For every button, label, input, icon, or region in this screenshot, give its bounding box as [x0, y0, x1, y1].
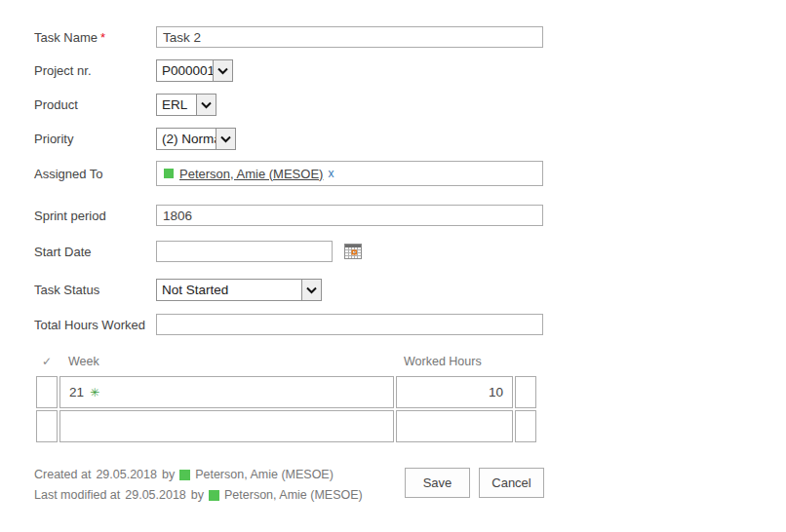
- created-date: 29.05.2018: [96, 468, 157, 481]
- sprint-period-input[interactable]: [156, 205, 543, 226]
- row-select-cell[interactable]: [36, 410, 58, 442]
- checkmark-icon: ✓: [36, 353, 58, 374]
- end-column-header: [515, 353, 536, 374]
- modified-prefix: Last modified at: [34, 488, 120, 502]
- task-name-input[interactable]: [156, 26, 543, 48]
- field-row-project-nr: Project nr. P000001: [34, 59, 546, 82]
- task-edit-form: Task Name* Project nr. P000001 Product E…: [0, 0, 546, 509]
- modified-by-label: by: [191, 488, 204, 502]
- action-buttons: Save Cancel: [405, 468, 544, 498]
- assigned-to-label: Assigned To: [34, 167, 156, 181]
- worked-hours-grid: ✓ Week Worked Hours 21✳ 10: [34, 351, 546, 444]
- field-row-assigned-to: Assigned To Peterson, Amie (MESOE) x: [34, 161, 546, 186]
- worked-hours-table: ✓ Week Worked Hours 21✳ 10: [34, 351, 538, 444]
- week-value: 21: [69, 385, 84, 399]
- worked-hours-column-header: Worked Hours: [396, 353, 513, 374]
- start-date-label: Start Date: [34, 245, 156, 259]
- row-select-cell[interactable]: [36, 376, 58, 408]
- new-item-icon: ✳: [90, 386, 99, 399]
- form-footer: Created at 29.05.2018 by Peterson, Amie …: [34, 468, 544, 509]
- modified-person: Peterson, Amie (MESOE): [224, 488, 363, 502]
- start-date-input[interactable]: [156, 241, 333, 262]
- field-row-task-name: Task Name*: [34, 26, 546, 48]
- project-nr-selected-value: P000001: [157, 60, 213, 81]
- row-end-cell: [515, 410, 536, 442]
- table-header-row: ✓ Week Worked Hours: [36, 353, 536, 374]
- presence-indicator-icon: [164, 169, 174, 178]
- save-button[interactable]: Save: [405, 468, 470, 498]
- week-cell[interactable]: 21✳: [59, 376, 394, 408]
- created-prefix: Created at: [34, 468, 91, 481]
- field-row-start-date: Start Date: [34, 241, 546, 262]
- field-row-product: Product ERL: [34, 94, 546, 116]
- presence-indicator-icon: [179, 470, 190, 480]
- product-selected-value: ERL: [157, 95, 196, 115]
- table-row: [36, 410, 536, 442]
- priority-selected-value: (2) Normal: [157, 129, 216, 149]
- presence-indicator-icon: [209, 490, 219, 501]
- project-nr-select[interactable]: P000001: [156, 59, 233, 82]
- chevron-down-icon: [301, 280, 321, 300]
- sprint-period-label: Sprint period: [34, 209, 156, 223]
- chevron-down-icon: [213, 60, 232, 81]
- calendar-icon[interactable]: [344, 243, 362, 260]
- remove-person-icon[interactable]: x: [328, 167, 334, 180]
- week-column-header: Week: [59, 353, 394, 374]
- priority-select[interactable]: (2) Normal: [156, 128, 236, 150]
- assigned-person-link[interactable]: Peterson, Amie (MESOE): [179, 167, 323, 181]
- task-name-label: Task Name*: [34, 30, 156, 45]
- field-row-priority: Priority (2) Normal: [34, 128, 546, 150]
- week-cell[interactable]: [59, 410, 394, 442]
- row-end-cell: [515, 376, 536, 408]
- project-nr-label: Project nr.: [34, 63, 156, 78]
- worked-hours-value: 10: [489, 385, 503, 399]
- field-row-total-hours: Total Hours Worked: [34, 314, 546, 335]
- assigned-to-people-picker[interactable]: Peterson, Amie (MESOE) x: [156, 161, 543, 186]
- field-row-sprint-period: Sprint period: [34, 205, 546, 226]
- created-line: Created at 29.05.2018 by Peterson, Amie …: [34, 468, 368, 481]
- priority-label: Priority: [34, 132, 156, 146]
- task-name-label-text: Task Name: [34, 30, 98, 45]
- task-status-label: Task Status: [34, 283, 156, 297]
- chevron-down-icon: [196, 95, 216, 115]
- chevron-down-icon: [216, 129, 235, 149]
- product-select[interactable]: ERL: [156, 94, 216, 116]
- total-hours-label: Total Hours Worked: [34, 318, 156, 332]
- worked-hours-cell[interactable]: 10: [396, 376, 513, 408]
- created-person: Peterson, Amie (MESOE): [195, 468, 334, 481]
- product-label: Product: [34, 97, 156, 112]
- required-marker: *: [100, 30, 105, 45]
- created-by-label: by: [162, 468, 175, 481]
- modified-line: Last modified at 29.05.2018 by Peterson,…: [34, 488, 368, 502]
- worked-hours-cell[interactable]: [396, 410, 513, 442]
- cancel-button[interactable]: Cancel: [479, 468, 544, 498]
- task-status-select[interactable]: Not Started: [156, 279, 322, 301]
- item-metadata: Created at 29.05.2018 by Peterson, Amie …: [34, 468, 368, 509]
- task-status-selected-value: Not Started: [157, 280, 301, 300]
- field-row-task-status: Task Status Not Started: [34, 279, 546, 301]
- total-hours-input[interactable]: [156, 314, 543, 335]
- modified-date: 29.05.2018: [125, 488, 186, 502]
- table-row: 21✳ 10: [36, 376, 536, 408]
